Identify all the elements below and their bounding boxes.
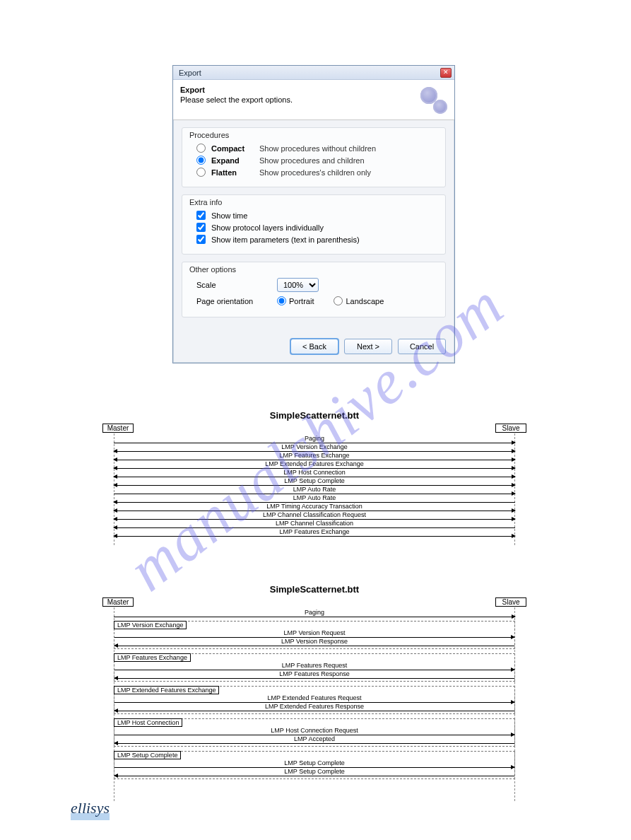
cancel-button[interactable]: Cancel <box>398 339 446 354</box>
radio-portrait-input[interactable] <box>277 296 286 305</box>
msc-group: LMP Features ExchangeLMP Features Reques… <box>114 653 515 682</box>
msc-group-label: LMP Version Exchange <box>114 621 187 629</box>
back-button[interactable]: < Back <box>290 339 338 354</box>
group-other-options: Other options Scale 100% Page orientatio… <box>182 262 446 317</box>
msc-message-label: LMP Features Exchange <box>114 452 515 459</box>
msc-compact: SimpleScatternet.btt Master Slave Paging… <box>102 410 526 545</box>
msc-message-label: LMP Extended Features Response <box>114 703 514 710</box>
scale-select[interactable]: 100% <box>277 278 319 292</box>
check-show-layers-label: Show protocol layers individually <box>211 223 324 232</box>
next-button[interactable]: Next > <box>344 339 392 354</box>
msc1-title: SimpleScatternet.btt <box>102 410 526 421</box>
msc-group: LMP Extended Features ExchangeLMP Extend… <box>114 686 515 714</box>
radio-flatten-label: Flatten <box>211 168 254 177</box>
close-icon: ✕ <box>443 69 449 76</box>
msc-message-label: LMP Auto Rate <box>114 494 515 501</box>
check-show-params[interactable]: Show item parameters (text in parenthesi… <box>196 235 438 244</box>
group-other-options-legend: Other options <box>189 265 438 274</box>
check-show-layers[interactable]: Show protocol layers individually <box>196 223 438 232</box>
brand-logo: ellisys <box>71 799 110 820</box>
msc-group: LMP Host ConnectionLMP Host Connection R… <box>114 718 515 747</box>
msc-message-label: LMP Extended Features Exchange <box>114 460 515 467</box>
msc-message: LMP Features Exchange <box>114 529 515 537</box>
msc-message-label: LMP Timing Accuracy Transaction <box>114 503 515 510</box>
check-show-time-label: Show time <box>211 211 247 220</box>
radio-expand-label: Expand <box>211 156 254 165</box>
msc-message-label: LMP Setup Complete <box>114 759 514 766</box>
msc-message: LMP Features Response <box>114 671 514 679</box>
msc-message: LMP Setup Complete <box>114 769 514 777</box>
msc-message-label: LMP Setup Complete <box>114 768 514 775</box>
radio-compact-label: Compact <box>211 144 254 153</box>
check-show-time[interactable]: Show time <box>196 211 438 220</box>
header-title: Export <box>180 86 293 94</box>
radio-landscape-label: Landscape <box>346 297 384 305</box>
msc-message: LMP Extended Features Response <box>114 704 514 712</box>
msc-group-label: LMP Setup Complete <box>114 751 181 759</box>
window-title: Export <box>179 69 201 77</box>
radio-flatten[interactable]: Flatten Show procedures's children only <box>196 168 438 177</box>
radio-compact-desc: Show procedures without children <box>259 144 376 153</box>
radio-landscape-input[interactable] <box>334 296 343 305</box>
msc-message-label: LMP Version Response <box>114 638 514 645</box>
msc-expanded: SimpleScatternet.btt Master Slave Paging… <box>102 584 526 801</box>
close-button[interactable]: ✕ <box>440 68 452 78</box>
radio-flatten-input[interactable] <box>196 168 206 177</box>
header-subtitle: Please select the export options. <box>180 95 293 104</box>
msc-message-label: LMP Features Exchange <box>114 528 515 535</box>
group-procedures-legend: Procedures <box>189 131 438 139</box>
msc-message-label: LMP Version Exchange <box>114 443 515 450</box>
radio-compact-input[interactable] <box>196 144 206 153</box>
msc-group: LMP Setup CompleteLMP Setup CompleteLMP … <box>114 751 515 779</box>
radio-flatten-desc: Show procedures's children only <box>259 168 371 177</box>
radio-portrait-label: Portrait <box>289 297 314 305</box>
radio-compact[interactable]: Compact Show procedures without children <box>196 144 438 153</box>
msc-message-label: LMP Channel Classification <box>114 520 515 527</box>
msc-message-label: LMP Version Request <box>114 629 514 636</box>
msc1-left-node: Master <box>102 424 134 433</box>
radio-portrait[interactable]: Portrait <box>277 296 314 305</box>
msc-message-label: LMP Extended Features Request <box>114 694 514 701</box>
msc-message-label: LMP Auto Rate <box>114 486 515 493</box>
msc-message-label: LMP Host Connection Request <box>114 727 514 734</box>
msc-message: LMP Version Response <box>114 638 514 647</box>
msc-message-label: LMP Accepted <box>114 735 514 742</box>
radio-expand-desc: Show procedures and children <box>259 156 365 165</box>
radio-landscape[interactable]: Landscape <box>334 296 384 305</box>
msc-group: LMP Version ExchangeLMP Version RequestL… <box>114 621 515 649</box>
msc2-left-node: Master <box>102 597 134 607</box>
msc-group-label: LMP Extended Features Exchange <box>114 686 219 694</box>
export-dialog: Export ✕ Export Please select the export… <box>172 65 455 363</box>
msc2-title: SimpleScatternet.btt <box>102 584 526 595</box>
group-extra-info-legend: Extra info <box>189 198 438 206</box>
msc-message: Paging <box>114 609 515 618</box>
radio-expand[interactable]: Expand Show procedures and children <box>196 156 438 165</box>
gears-icon <box>419 86 447 114</box>
msc-message-label: LMP Host Connection <box>114 469 515 476</box>
scale-key: Scale <box>196 281 267 289</box>
check-show-layers-input[interactable] <box>196 223 206 232</box>
titlebar: Export ✕ <box>173 66 454 80</box>
msc2-right-node: Slave <box>495 597 526 607</box>
msc1-right-node: Slave <box>495 424 526 433</box>
group-procedures: Procedures Compact Show procedures witho… <box>182 127 446 187</box>
group-extra-info: Extra info Show time Show protocol layer… <box>182 194 446 255</box>
radio-expand-input[interactable] <box>196 156 206 165</box>
msc-message-label: LMP Channel Classification Request <box>114 511 515 518</box>
check-show-params-input[interactable] <box>196 235 206 244</box>
msc-message-label: LMP Setup Complete <box>114 477 515 484</box>
msc-message-label: LMP Features Response <box>114 670 514 677</box>
brand-text: ellisys <box>71 804 110 820</box>
orientation-key: Page orientation <box>196 297 267 305</box>
msc-group-label: LMP Features Exchange <box>114 653 191 662</box>
button-row: < Back Next > Cancel <box>173 333 454 363</box>
dialog-header: Export Please select the export options. <box>173 80 454 120</box>
msc-message-label: LMP Features Request <box>114 662 514 669</box>
msc-message-label: Paging <box>114 435 515 442</box>
msc-message: LMP Accepted <box>114 736 514 745</box>
msc-message-label: Paging <box>114 609 515 616</box>
check-show-params-label: Show item parameters (text in parenthesi… <box>211 235 360 244</box>
check-show-time-input[interactable] <box>196 211 206 220</box>
msc-group-label: LMP Host Connection <box>114 718 182 727</box>
